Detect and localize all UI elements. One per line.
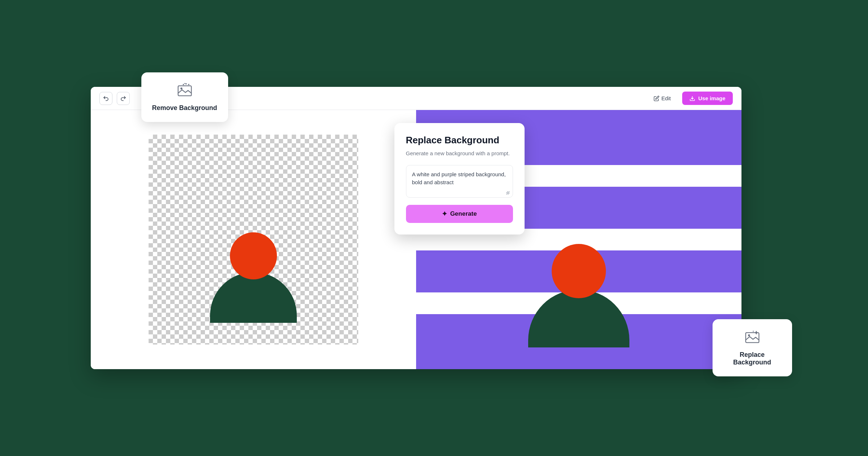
undo-button[interactable]	[99, 92, 112, 105]
replace-bg-card-title: Replace Background	[723, 351, 782, 366]
svg-point-3	[185, 83, 187, 85]
replace-background-card[interactable]: Replace Background	[713, 319, 792, 376]
svg-rect-7	[745, 333, 759, 343]
redo-button[interactable]	[117, 92, 130, 105]
svg-point-1	[180, 88, 183, 90]
panel-title: Replace Background	[406, 135, 513, 146]
toolbar-left	[99, 92, 130, 105]
remove-background-card[interactable]: Remove Background	[141, 72, 228, 122]
svg-point-5	[184, 83, 185, 84]
generate-label: Generate	[450, 210, 477, 218]
generate-button[interactable]: ✦ Generate	[406, 205, 513, 223]
edit-button[interactable]: Edit	[648, 92, 677, 104]
edit-label: Edit	[662, 95, 671, 101]
avatar-body-right	[528, 290, 629, 347]
replace-bg-icon	[744, 329, 760, 347]
svg-point-8	[748, 334, 750, 337]
resize-icon	[506, 191, 510, 196]
use-image-button[interactable]: Use image	[682, 92, 732, 105]
use-image-label: Use image	[698, 95, 725, 101]
svg-point-4	[188, 84, 189, 85]
avatar-figure-left	[210, 232, 297, 323]
remove-bg-icon	[177, 83, 193, 100]
toolbar-right: Edit Use image	[648, 92, 733, 105]
sparkle-icon: ✦	[442, 210, 447, 218]
avatar-figure-right	[528, 244, 629, 347]
panel-subtitle: Generate a new background with a prompt.	[406, 149, 513, 158]
canvas-left	[91, 110, 416, 369]
svg-rect-0	[178, 86, 191, 96]
checkerboard-bg	[149, 135, 358, 345]
avatar-head-left	[230, 232, 277, 279]
prompt-wrapper: A white and purple striped background, b…	[406, 165, 513, 199]
remove-bg-card-title: Remove Background	[152, 104, 217, 112]
avatar-head-right	[552, 244, 606, 298]
svg-point-2	[183, 84, 184, 85]
scene-container: Remove Background	[55, 51, 814, 405]
avatar-body-left	[210, 272, 297, 323]
replace-background-panel: Replace Background Generate a new backgr…	[394, 123, 525, 235]
prompt-textarea[interactable]: A white and purple striped background, b…	[406, 165, 513, 198]
